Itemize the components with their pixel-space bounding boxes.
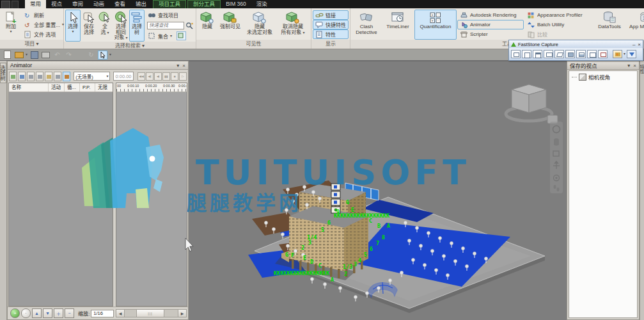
app-manager-button[interactable]: App Manager <box>627 10 644 40</box>
print-button[interactable] <box>41 51 51 60</box>
animator-button[interactable]: Animator <box>457 20 524 29</box>
quick-properties-button[interactable]: 快捷特性 <box>313 20 349 29</box>
group-label-project[interactable]: 项目 ▾ <box>0 40 63 49</box>
faststone-settings-button[interactable] <box>613 50 622 58</box>
group-label-visibility[interactable]: 可见性 <box>196 40 311 49</box>
reset-all-button[interactable]: ↺ 全部 重置... ▾ <box>21 20 62 29</box>
selection-tree-dock-tab[interactable]: 选择树 <box>0 63 6 83</box>
tab-animation[interactable]: 动画 <box>88 0 109 8</box>
zoom-out-button[interactable]: − <box>65 308 74 318</box>
column-infinite[interactable]: 无限 <box>95 83 113 92</box>
scroll-left-arrow[interactable]: ◀ <box>116 310 125 317</box>
datatools-button[interactable]: DataTools <box>593 10 626 40</box>
saved-viewpoints-title-bar[interactable]: 保存的视点 ▾ × <box>567 61 639 70</box>
hide-button[interactable]: 隐藏 <box>198 10 217 40</box>
faststone-close-button[interactable]: × <box>638 42 641 47</box>
zoom-in-button[interactable]: ＋ <box>54 308 63 318</box>
appearance-profiler-button[interactable]: Appearance Profiler <box>524 10 592 20</box>
dropdown-caret[interactable]: ▾ <box>109 53 111 56</box>
animator-item-list[interactable]: 名称 活动 循... P.P. 无限 <box>8 83 113 307</box>
select-same-button[interactable]: 选择 相同对象 ▾ <box>113 10 129 42</box>
tab-bim360[interactable]: BIM 360 <box>221 0 251 8</box>
save-selection-button[interactable]: 保存 选择 <box>81 10 97 42</box>
force-visible-button[interactable]: 强制可见 <box>217 10 243 40</box>
dropdown-caret[interactable]: ▾ <box>624 52 625 56</box>
tab-viewpoint[interactable]: 视点 <box>46 0 67 8</box>
scene-picker-dropdown[interactable]: (无场景) ▾ <box>74 72 110 81</box>
quantification-button[interactable]: +-+- Quantification <box>414 10 457 40</box>
saved-viewpoints-tree[interactable]: 相机视角 <box>569 70 638 318</box>
dropdown-caret[interactable]: ▾ <box>26 53 27 56</box>
batch-utility-button[interactable]: Batch Utility <box>524 20 592 29</box>
capture-scrolling-button[interactable] <box>576 50 586 58</box>
capture-object-button[interactable] <box>533 50 542 58</box>
sets-button[interactable]: 集合 ▾ <box>145 31 196 41</box>
file-options-button[interactable]: 文件 选项 <box>21 29 62 39</box>
screen-recorder-button[interactable] <box>598 50 608 58</box>
append-button[interactable]: + 附加 ▾ <box>1 10 20 40</box>
play-reverse-button[interactable]: ◀ <box>154 72 162 81</box>
pause-button[interactable]: ▮▮ <box>162 72 170 81</box>
column-name[interactable]: 名称 <box>9 83 49 92</box>
add-camera-button[interactable] <box>18 72 26 81</box>
panel-close-icon[interactable]: × <box>182 63 185 68</box>
panel-pin-icon[interactable]: ▾ <box>627 63 630 68</box>
select-tool-button[interactable] <box>98 51 107 60</box>
tab-view[interactable]: 查看 <box>109 0 130 8</box>
properties-button[interactable]: 特性 <box>313 29 349 39</box>
toggle-snapping-button[interactable] <box>63 72 70 81</box>
group-label-select-search[interactable]: 选择和搜索 ▾ <box>64 42 196 49</box>
step-back-button[interactable]: ◀| <box>146 72 153 81</box>
add-section-plane-button[interactable] <box>36 72 43 81</box>
viewport-3d[interactable] <box>189 61 567 320</box>
clash-detective-button[interactable]: Clash Detective <box>352 10 381 40</box>
faststone-minimize-button[interactable]: – <box>632 42 635 47</box>
group-label-display[interactable]: 显示 <box>311 40 350 49</box>
manage-sets-icon[interactable] <box>177 31 186 40</box>
refresh-button[interactable]: ↻ 刷新 <box>21 10 62 20</box>
capture-fixed-region-button[interactable] <box>587 50 597 58</box>
properties-dock-tab[interactable]: 特性 <box>640 63 644 76</box>
column-pp[interactable]: P.P. <box>80 83 95 92</box>
tab-review[interactable]: 审阅 <box>67 0 88 8</box>
select-all-button[interactable]: 全 选 ▾ <box>97 10 113 42</box>
animator-timeline[interactable]: 00 0:00.10 0:00.20 0:00.30 0:00.40 <box>116 83 187 307</box>
add-animation-set-button[interactable] <box>27 72 35 81</box>
autodesk-rendering-button[interactable]: Autodesk Rendering <box>457 10 524 20</box>
panel-pin-icon[interactable]: ▾ <box>177 63 179 68</box>
column-loop[interactable]: 循... <box>65 83 80 92</box>
links-button[interactable]: 链接 <box>313 10 349 20</box>
animation-time-field[interactable]: 0:00.00 <box>113 72 134 81</box>
move-up-button[interactable]: ▲ <box>32 308 42 318</box>
add-keyframe-button[interactable]: + <box>10 308 20 318</box>
hide-unselected-button[interactable]: 隐藏 未选定对象 <box>244 10 276 40</box>
scroll-right-arrow[interactable]: ▶ <box>178 310 186 317</box>
zoom-value-field[interactable]: 1/16 <box>91 310 114 317</box>
rewind-button[interactable]: ◀◀ <box>137 72 145 81</box>
play-button[interactable]: ▷ <box>179 72 187 81</box>
timeline-horizontal-scrollbar[interactable]: ◀ ||| ▶ <box>116 309 187 317</box>
unhide-all-button[interactable]: 取消隐藏 所有对象 ▾ <box>276 10 310 40</box>
capture-freehand-button[interactable] <box>554 50 564 58</box>
quick-find-search-icon[interactable] <box>185 22 194 29</box>
capture-rectangle-button[interactable] <box>544 50 553 58</box>
faststone-title-bar[interactable]: FastStone Capture – × <box>509 40 643 48</box>
scripter-button[interactable]: Scripter <box>457 29 524 39</box>
save-button[interactable] <box>29 51 39 60</box>
capture-fullscreen-button[interactable] <box>565 50 575 58</box>
tab-item-tools[interactable]: 项目工具 <box>153 0 186 8</box>
stop-button[interactable]: ■ <box>171 72 178 81</box>
quick-find-input[interactable] <box>147 22 184 29</box>
tab-home[interactable]: 常用 <box>25 0 46 8</box>
find-items-button[interactable]: 查找项目 <box>145 10 196 20</box>
faststone-picker-button[interactable] <box>627 50 636 58</box>
tab-render[interactable]: 渲染 <box>251 0 272 8</box>
tab-section-tools[interactable]: 剖分工具 <box>187 0 221 8</box>
panel-close-icon[interactable]: × <box>633 63 636 68</box>
column-active[interactable]: 活动 <box>49 83 65 92</box>
capture-active-window-button[interactable] <box>511 50 521 58</box>
add-folder-button[interactable] <box>45 72 52 81</box>
add-scene-button[interactable] <box>9 72 17 81</box>
selection-tree-button[interactable]: 选择 树 <box>129 10 145 42</box>
capture-window-button[interactable] <box>522 50 531 58</box>
